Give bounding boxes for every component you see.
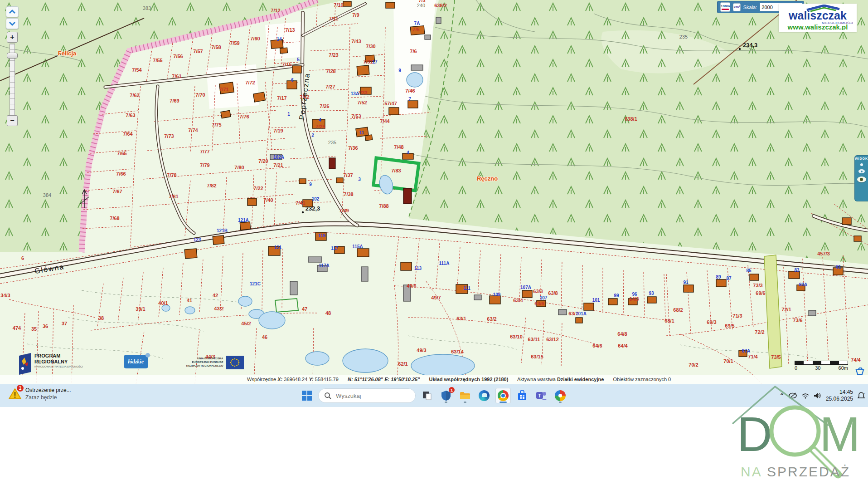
map-label: 38 <box>98 315 104 321</box>
y-value: 558415.79 <box>315 377 339 382</box>
map-label: 72/1 <box>781 307 791 312</box>
map-label: 7/17 <box>277 95 286 101</box>
pan-up-button[interactable] <box>6 6 19 17</box>
map-label: 7/9 <box>352 12 359 18</box>
svg-text:z: z <box>863 392 865 395</box>
tray-expand-chevron[interactable]: ⌃ <box>780 392 784 399</box>
notification-toast[interactable]: 1 Ostrzeżenie prze... Zaraz będzie <box>8 387 71 401</box>
map-label: 64/8 <box>617 331 627 337</box>
widok-panel[interactable]: WIDOK <box>854 155 868 201</box>
eu-logo: UNIA EUROPEJSKA EUROPEJSKI FUNDUSZ ROZWO… <box>186 356 244 369</box>
map-label: 70/1 <box>723 358 733 364</box>
cadastral-map[interactable]: 7/547/557/567/577/587/597/607/617/627/63… <box>0 0 868 384</box>
program-flag-icon <box>18 353 32 375</box>
building <box>290 281 297 295</box>
map-label: 63/1 <box>456 316 466 321</box>
map-label: 109 <box>493 292 501 297</box>
program-line3: NARODOWA STRATEGIA SPÓJNOŚCI <box>34 365 83 368</box>
visibility-dot-icon[interactable] <box>860 163 863 166</box>
map-label: 40/1 <box>158 300 168 306</box>
map-label: 7/77 <box>200 149 209 154</box>
map-label: 49/6 <box>407 283 416 289</box>
map-label: 34/3 <box>0 293 10 298</box>
map-label: 49/7 <box>431 295 441 300</box>
search-input[interactable] <box>335 392 405 400</box>
map-label: 7/15 <box>282 62 291 67</box>
wifi-icon[interactable] <box>801 392 810 399</box>
notification-bell-icon[interactable]: z <box>857 392 865 400</box>
zoom-out-button[interactable]: − <box>7 115 18 126</box>
map-label: 69/5 <box>725 323 734 328</box>
scalebar-segments <box>795 361 848 365</box>
map-label: 3 <box>358 177 361 182</box>
map-label: 7/38 <box>344 191 353 197</box>
partner-logos: PROGRAM REGIONALNY NARODOWA STRATEGIA SP… <box>18 353 244 375</box>
map-label: 383 <box>143 5 151 11</box>
map-viewport[interactable]: 7/547/557/567/577/587/597/607/617/627/63… <box>0 0 868 384</box>
pond <box>238 296 252 306</box>
map-label: 6 <box>291 78 294 83</box>
pan-down-button[interactable] <box>6 18 19 29</box>
map-label: 7/44 <box>380 118 390 124</box>
building <box>253 92 266 102</box>
zoom-in-button[interactable]: + <box>7 32 18 43</box>
measure-area-button[interactable]: km² <box>733 3 740 11</box>
crs-info: Układ współrzędnych 1992 (2180) <box>429 377 509 382</box>
task-view-button[interactable] <box>419 388 435 403</box>
program-regionalny-logo: PROGRAM REGIONALNY NARODOWA STRATEGIA SP… <box>18 353 83 375</box>
taskbar-clock[interactable]: 14:45 25.06.2025 <box>826 389 853 402</box>
building <box>336 178 343 183</box>
map-label: 7/66 <box>116 171 126 176</box>
building <box>299 179 306 184</box>
map-label: 87A <box>742 348 750 353</box>
map-label: 121C <box>250 281 261 286</box>
map-label: 7/58 <box>211 44 221 50</box>
hidden-eye-icon[interactable] <box>788 392 797 399</box>
store-button[interactable] <box>514 388 530 403</box>
building <box>411 65 423 70</box>
photos-button[interactable] <box>553 388 568 403</box>
map-label: 121B <box>217 228 228 233</box>
map-label: Ręczno <box>477 175 498 182</box>
building <box>292 66 301 73</box>
building <box>213 235 224 245</box>
map-label: 13A <box>351 91 359 96</box>
start-button[interactable] <box>299 388 315 403</box>
edge-button[interactable] <box>476 388 492 403</box>
map-label: 7/46 <box>405 88 415 93</box>
windows-logo-icon <box>301 390 312 401</box>
volume-icon[interactable] <box>814 392 822 399</box>
chevron-down-icon <box>9 21 16 26</box>
photos-icon <box>555 390 566 401</box>
map-label: 102A <box>273 155 284 160</box>
visibility-eye-icon[interactable] <box>858 169 865 173</box>
eu-flag-icon <box>226 356 244 369</box>
file-explorer-button[interactable] <box>457 388 473 403</box>
visibility-eye-large-icon[interactable] <box>857 176 866 182</box>
building <box>247 198 257 206</box>
system-tray: ⌃ 14:45 25.06.2025 z <box>780 384 865 407</box>
chevron-up-icon <box>9 9 16 15</box>
map-label: 7/70 <box>195 92 205 98</box>
building <box>425 35 431 39</box>
map-label: 7/75 <box>212 122 221 127</box>
teams-button[interactable]: T <box>533 388 549 403</box>
windows-security-button[interactable]: 1 <box>438 388 454 403</box>
building <box>608 299 617 305</box>
measure-length-button[interactable]: 100m <box>720 2 730 12</box>
building <box>184 249 197 259</box>
taskbar: 1 Ostrzeżenie prze... Zaraz będzie <box>0 384 868 407</box>
map-label: 457/3 <box>817 251 830 256</box>
eu-line2: EUROPEJSKI FUNDUSZ <box>186 361 223 364</box>
map-label: 240 <box>417 3 425 8</box>
zoom-slider-handle[interactable] <box>7 53 18 59</box>
taskbar-search[interactable] <box>318 388 416 403</box>
chrome-button[interactable] <box>495 388 511 403</box>
pond <box>162 305 170 311</box>
map-label: 7/20 <box>258 158 268 164</box>
pond <box>305 352 329 365</box>
map-label: 63/12 <box>546 337 559 342</box>
program-line1: PROGRAM <box>34 353 83 359</box>
map-label: 63/3 <box>533 289 543 294</box>
coords-prefix: Współrzędne <box>247 377 276 382</box>
